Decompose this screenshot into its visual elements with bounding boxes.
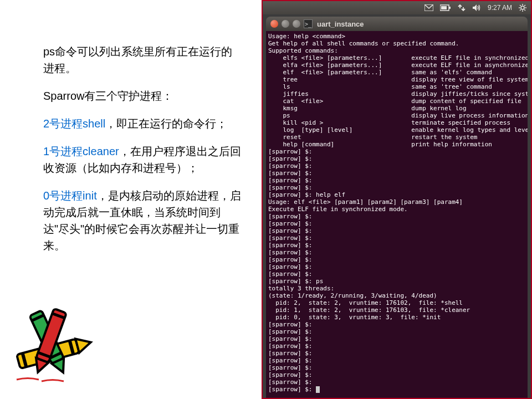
paragraph-proc1: 1号进程cleaner，在用户程序退出之后回收资源（比如内存和进程号）； [43,143,243,176]
terminal-line: help [command] print help information [268,141,525,148]
terminal-line: [sparrow] $: [268,227,525,234]
terminal-line: [sparrow] $: [268,364,525,371]
terminal-line: ls same as 'tree' command [268,83,525,90]
terminal-line: [sparrow] $: [268,371,525,378]
terminal-line: reset restart the system [268,134,525,141]
proc1-name: 1号进程cleaner [43,145,119,157]
terminal-line: [sparrow] $: [268,170,525,177]
paragraph-ps: ps命令可以列出系统里所有正在运行的进程。 [43,43,243,76]
slide-text: ps命令可以列出系统里所有正在运行的进程。 Sparrow有三个守护进程： 2号… [43,43,243,265]
terminal-line: [sparrow] $: [268,386,525,393]
clock-time[interactable]: 9:27 AM [488,4,512,12]
terminal-line: jiffies display jiffies/ticks since syst… [268,90,525,98]
system-menubar[interactable]: 9:27 AM [263,1,531,14]
terminal-line: tree display tree view of file system [268,76,525,83]
proc2-name: 2号进程shell [43,117,105,130]
svg-rect-14 [449,7,451,9]
terminal-line: Execute ELF file in synchronized mode. [268,206,525,213]
terminal-line: pid: 1, state: 2, vruntime: 176103, file… [268,306,525,314]
proc2-desc: ，即正在运行的命令行； [105,117,227,130]
terminal-line: [sparrow] $: [268,378,525,386]
paragraph-proc2: 2号进程shell，即正在运行的命令行； [43,115,243,132]
terminal-line: [sparrow] $: [268,155,525,162]
terminal-line: kill <pid > terminate specified process [268,119,525,126]
terminal-cursor [316,386,320,393]
terminal-app-icon: >_ [304,19,313,28]
terminal-line: [sparrow] $: [268,148,525,155]
terminal-line: log [type] [level] enable kernel log typ… [268,126,525,134]
mail-icon[interactable] [424,4,433,11]
terminal-line: Get help of all shell commands or specif… [268,40,525,47]
terminal-line: [sparrow] $: [268,263,525,270]
svg-point-16 [521,6,524,9]
gear-icon[interactable] [519,4,526,12]
close-button[interactable] [270,20,278,28]
terminal-line: ps display live process information [268,112,525,119]
terminal-line: [sparrow] $: [268,270,525,278]
terminal-line: [sparrow] $: [268,357,525,364]
terminal-line: [sparrow] $: [268,220,525,227]
svg-line-22 [524,9,525,11]
terminal-line: [sparrow] $: [268,162,525,170]
terminal-line: [sparrow] $: [268,342,525,350]
terminal-line: (state: 1/ready, 2/running, 3/waiting, 4… [268,292,525,299]
terminal-line: elf <file> [parameters...] same as 'elfs… [268,69,525,76]
terminal-line: [sparrow] $: [268,256,525,263]
battery-icon[interactable] [440,4,451,11]
terminal-line: elfa <file> [parameters...] execute ELF … [268,62,525,69]
terminal-line: [sparrow] $: [268,177,525,184]
maximize-button[interactable] [293,20,300,28]
terminal-line: [sparrow] $: ps [268,278,525,285]
paragraph-proc0: 0号进程init，是内核启动的原始进程，启动完成后就一直休眠，当系统时间到达"尽… [43,187,243,254]
terminal-line: [sparrow] $: [268,213,525,220]
svg-rect-15 [441,6,447,9]
terminal-line: Usage: elf <file> [param1] [param2] [par… [268,198,525,206]
svg-line-24 [520,9,521,11]
terminal-line: totally 3 threads: [268,285,525,292]
terminal-line: kmsg dump kernel log [268,105,525,112]
ubuntu-screenshot: 9:27 AM >_ uart_instance Usage: help <co… [262,0,532,399]
terminal-output[interactable]: Usage: help <command>Get help of all she… [266,31,528,398]
window-title: uart_instance [317,20,364,28]
terminal-line: [sparrow] $: [268,184,525,191]
terminal-line: pid: 2, state: 2, vruntime: 176102, file… [268,299,525,306]
terminal-line: [sparrow] $: [268,249,525,256]
terminal-line: Supported commands: [268,47,525,54]
proc0-name: 0号进程init [43,190,97,202]
network-icon[interactable] [458,4,466,12]
minimize-button[interactable] [282,20,289,28]
terminal-line: [sparrow] $: [268,350,525,357]
terminal-line: [sparrow] $: help elf [268,191,525,198]
crayons-clipart [0,305,111,388]
terminal-line: pid: 0, state: 3, vruntime: 3, file: *in… [268,314,525,321]
svg-line-23 [524,5,525,6]
terminal-line: elfs <file> [parameters...] execute ELF … [268,54,525,62]
terminal-line: [sparrow] $: [268,242,525,249]
terminal-line: cat <file> dump content of specified fil… [268,98,525,105]
paragraph-intro: Sparrow有三个守护进程： [43,88,243,104]
terminal-line: [sparrow] $: [268,321,525,328]
terminal-line: [sparrow] $: [268,335,525,342]
terminal-line: [sparrow] $: [268,234,525,242]
window-titlebar[interactable]: >_ uart_instance [266,17,528,31]
volume-icon[interactable] [472,4,481,12]
terminal-line: [sparrow] $: [268,328,525,335]
terminal-line: Usage: help <command> [268,33,525,40]
svg-line-21 [520,5,521,6]
svg-marker-1 [75,335,93,353]
